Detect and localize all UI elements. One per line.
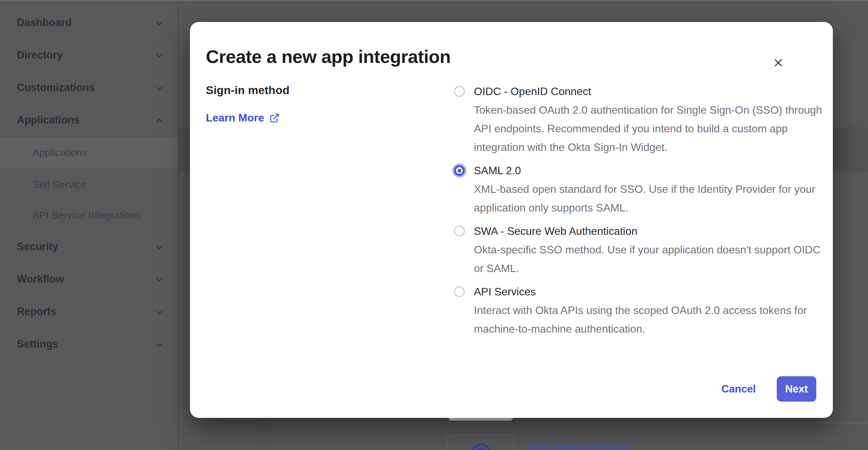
external-link-icon (269, 113, 280, 123)
sidebar-item-label: Settings (17, 338, 58, 350)
sidebar-item-label: Reports (17, 306, 56, 318)
sidebar-item-label: Directory (17, 49, 63, 61)
chevron-down-icon (155, 51, 164, 60)
sidebar-item-label: Workflow (17, 273, 64, 285)
option-description: Interact with Okta APIs using the scoped… (474, 301, 825, 338)
sidebar-item-workflow[interactable]: Workflow (0, 267, 178, 291)
sidebar-subitem-label: API Service Integrations (32, 209, 141, 221)
chevron-down-icon (155, 18, 164, 27)
chevron-down-icon (155, 275, 164, 284)
option-label: SAML 2.0 (474, 161, 833, 180)
radio-unselected[interactable] (454, 86, 465, 97)
learn-more-link[interactable]: Learn More (206, 112, 280, 124)
chevron-down-icon (155, 307, 164, 316)
sign-in-method-label: Sign-in method (206, 84, 289, 97)
sidebar-nav: Dashboard Directory Customizations Appli… (0, 3, 178, 450)
option-label: OIDC - OpenID Connect (474, 82, 833, 101)
sidebar-item-security[interactable]: Security (0, 235, 178, 258)
sidebar-item-dashboard[interactable]: Dashboard (0, 11, 178, 35)
option-label: API Services (474, 283, 833, 301)
learn-more-label: Learn More (206, 112, 264, 124)
close-button[interactable] (769, 53, 788, 72)
radio-unselected[interactable] (454, 286, 465, 297)
background-column-divider (264, 418, 264, 450)
chevron-down-icon (155, 83, 164, 92)
radio-option-saml[interactable]: SAML 2.0 XML-based open standard for SSO… (454, 161, 833, 217)
modal-footer: Cancel Next (717, 376, 816, 402)
sidebar-item-applications[interactable]: Applications (0, 108, 178, 132)
page-root: { "sidebar": { "items": [ {"label": "Das… (0, 0, 868, 450)
sidebar-item-directory[interactable]: Directory (0, 43, 178, 67)
chevron-up-icon (155, 116, 164, 125)
sidebar-item-settings[interactable]: Settings (0, 332, 178, 356)
radio-option-oidc[interactable]: OIDC - OpenID Connect Token-based OAuth … (454, 82, 833, 157)
sidebar-subitem-api-service-integrations[interactable]: API Service Integrations (0, 203, 178, 227)
sidebar-item-customizations[interactable]: Customizations (0, 76, 178, 99)
cancel-button[interactable]: Cancel (717, 380, 761, 399)
background-section-divider (264, 423, 868, 423)
next-button[interactable]: Next (777, 376, 816, 402)
okta-browser-plugin-icon (472, 443, 491, 450)
sidebar-subitem-label: Self Service (32, 179, 87, 190)
sidebar-subitem-applications[interactable]: Applications (0, 141, 178, 164)
chevron-down-icon (155, 242, 164, 251)
browser-top-strip (0, 0, 868, 3)
sidebar-subitem-label: Applications (32, 147, 87, 158)
radio-option-api-services[interactable]: API Services Interact with Okta APIs usi… (454, 283, 833, 338)
sidebar-item-label: Customizations (17, 82, 95, 94)
radio-selected[interactable] (454, 165, 465, 176)
close-icon (774, 58, 783, 67)
sign-in-method-options: OIDC - OpenID Connect Token-based OAuth … (454, 82, 833, 343)
radio-unselected[interactable] (454, 226, 465, 237)
okta-browser-plugin-link[interactable]: Okta Browser Plugin (529, 442, 629, 450)
option-description: Token-based OAuth 2.0 authentication for… (474, 101, 825, 157)
option-label: SWA - Secure Web Authentication (474, 222, 833, 241)
sidebar-item-label: Applications (17, 114, 80, 126)
sidebar-subitem-self-service[interactable]: Self Service (0, 173, 178, 197)
sidebar-item-label: Security (17, 241, 58, 253)
option-description: XML-based open standard for SSO. Use if … (474, 180, 825, 217)
sidebar-item-reports[interactable]: Reports (0, 300, 178, 323)
modal-title: Create a new app integration (206, 46, 451, 67)
okta-browser-plugin-tile[interactable] (447, 435, 514, 450)
option-description: Okta-specific SSO method. Use if your ap… (474, 241, 825, 278)
sidebar-item-label: Dashboard (17, 17, 72, 29)
radio-option-swa[interactable]: SWA - Secure Web Authentication Okta-spe… (454, 222, 833, 278)
chevron-down-icon (155, 340, 164, 348)
